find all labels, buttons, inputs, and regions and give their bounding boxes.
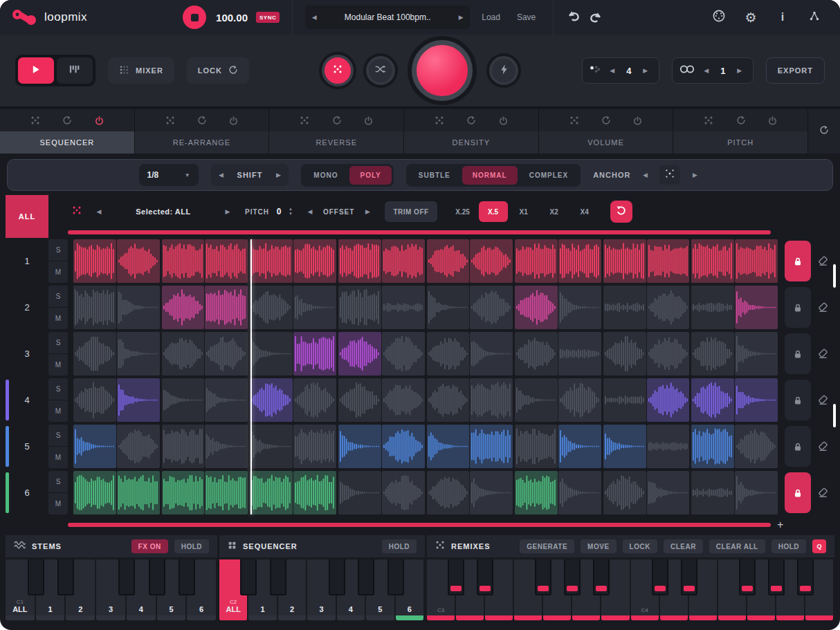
loop-cell[interactable] bbox=[293, 286, 336, 329]
subtle-option[interactable]: SUBTLE bbox=[408, 166, 461, 185]
track-lock-button[interactable] bbox=[785, 241, 811, 281]
tab-reverse[interactable]: REVERSE bbox=[269, 131, 403, 154]
loop-cell[interactable] bbox=[205, 471, 248, 515]
progress-bar[interactable] bbox=[68, 523, 771, 527]
loop-cell[interactable] bbox=[250, 286, 293, 329]
solo-button[interactable]: S bbox=[48, 425, 68, 447]
loop-cell[interactable] bbox=[73, 239, 116, 283]
quantize-button[interactable]: Q bbox=[812, 539, 826, 553]
add-pattern-button[interactable]: + bbox=[777, 519, 783, 530]
redo-button[interactable] bbox=[588, 12, 603, 23]
dice-icon[interactable] bbox=[165, 115, 175, 125]
refresh-icon[interactable] bbox=[332, 115, 342, 125]
dice-icon[interactable] bbox=[569, 115, 579, 125]
loop-cell[interactable] bbox=[427, 425, 470, 468]
loop-cell[interactable] bbox=[117, 471, 160, 515]
loop-cell[interactable] bbox=[647, 239, 690, 283]
black-key[interactable] bbox=[448, 559, 464, 595]
anchor-prev-button[interactable]: ◀ bbox=[639, 172, 651, 178]
loop-cell[interactable] bbox=[735, 286, 778, 329]
loop-cell[interactable] bbox=[603, 286, 646, 329]
pattern-prev-button[interactable]: ◀ bbox=[606, 67, 619, 74]
loop-cell[interactable] bbox=[470, 378, 513, 422]
anchor-next-button[interactable]: ▶ bbox=[688, 172, 701, 178]
pattern-next-button[interactable]: ▶ bbox=[639, 67, 652, 74]
normal-option[interactable]: NORMAL bbox=[462, 166, 518, 185]
poly-option[interactable]: POLY bbox=[349, 166, 391, 185]
clear-button[interactable]: CLEAR bbox=[664, 539, 703, 553]
mute-button[interactable]: M bbox=[48, 493, 68, 515]
shift-right-button[interactable]: ▶ bbox=[272, 172, 284, 178]
track-lock-button[interactable] bbox=[785, 287, 811, 328]
dice-icon[interactable] bbox=[300, 115, 309, 125]
loop-cell[interactable] bbox=[338, 378, 381, 422]
complex-option[interactable]: COMPLEX bbox=[519, 166, 578, 185]
loop-cell[interactable] bbox=[250, 425, 293, 468]
keys-view-button[interactable] bbox=[57, 57, 93, 84]
loop-prev-button[interactable]: ◀ bbox=[700, 67, 713, 74]
track-lock-button[interactable] bbox=[785, 380, 811, 420]
loop-cell[interactable] bbox=[470, 471, 513, 515]
tab-rearrange[interactable]: RE-ARRANGE bbox=[135, 131, 269, 154]
power-icon[interactable] bbox=[229, 116, 238, 125]
loop-cell[interactable] bbox=[162, 239, 205, 283]
loop-cell[interactable] bbox=[205, 425, 248, 468]
dice-icon[interactable] bbox=[30, 115, 40, 125]
loop-cell[interactable] bbox=[117, 425, 160, 468]
black-key[interactable] bbox=[739, 559, 756, 595]
black-key[interactable] bbox=[118, 559, 135, 595]
power-icon[interactable] bbox=[95, 116, 104, 125]
offset-prev-button[interactable]: ◀ bbox=[304, 208, 316, 215]
black-key[interactable] bbox=[179, 559, 195, 595]
undo-button[interactable] bbox=[566, 10, 581, 24]
row-dice-icon[interactable] bbox=[72, 205, 82, 218]
refresh-icon[interactable] bbox=[736, 115, 746, 125]
loop-cell[interactable] bbox=[470, 332, 513, 376]
loop-cell[interactable] bbox=[515, 378, 558, 422]
loop-next-button[interactable]: ▶ bbox=[733, 67, 746, 74]
loop-cell[interactable] bbox=[603, 332, 646, 376]
loop-cell[interactable] bbox=[73, 425, 116, 468]
pitch-stepper[interactable]: ▲▼ bbox=[289, 207, 293, 216]
preset-name[interactable]: Modular Beat 100bpm.. bbox=[323, 12, 452, 22]
loop-cell[interactable] bbox=[470, 286, 513, 329]
select-all-block[interactable]: ALL bbox=[6, 195, 48, 238]
loop-cell[interactable] bbox=[382, 286, 425, 329]
loop-cell[interactable] bbox=[250, 378, 293, 422]
solo-button[interactable]: S bbox=[48, 378, 68, 400]
loop-cell[interactable] bbox=[73, 332, 116, 376]
loop-cell[interactable] bbox=[603, 425, 646, 468]
speed-x2[interactable]: X2 bbox=[540, 201, 569, 222]
track-lock-button[interactable] bbox=[785, 472, 811, 513]
loop-cell[interactable] bbox=[162, 286, 205, 329]
tab-sequencer[interactable]: SEQUENCER bbox=[0, 131, 134, 154]
black-key[interactable] bbox=[329, 559, 345, 595]
speed-x05[interactable]: X.5 bbox=[479, 201, 508, 222]
black-key[interactable] bbox=[477, 559, 493, 595]
loop-cell[interactable] bbox=[603, 471, 646, 515]
black-key[interactable] bbox=[652, 559, 668, 595]
power-icon[interactable] bbox=[768, 116, 777, 125]
load-button[interactable]: Load bbox=[477, 12, 505, 22]
main-remix-button[interactable] bbox=[412, 40, 473, 101]
loop-cell[interactable] bbox=[250, 471, 293, 515]
loop-cell[interactable] bbox=[735, 239, 778, 283]
dice-icon[interactable] bbox=[704, 115, 713, 125]
refresh-icon[interactable] bbox=[197, 115, 207, 125]
loop-cell[interactable] bbox=[162, 378, 205, 422]
loop-cell[interactable] bbox=[470, 239, 513, 283]
settings-gear-icon[interactable]: ⚙ bbox=[743, 11, 758, 24]
loop-cell[interactable] bbox=[515, 332, 558, 376]
play-view-button[interactable] bbox=[18, 57, 54, 84]
export-button[interactable]: EXPORT bbox=[766, 57, 825, 84]
track-erase-button[interactable] bbox=[811, 239, 834, 283]
mute-button[interactable]: M bbox=[48, 308, 68, 329]
loop-cell[interactable] bbox=[162, 425, 205, 468]
loop-cell[interactable] bbox=[558, 239, 601, 283]
loop-cell[interactable] bbox=[205, 286, 248, 329]
loop-cell[interactable] bbox=[515, 471, 558, 515]
info-icon[interactable]: i bbox=[775, 11, 790, 24]
loop-cell[interactable] bbox=[691, 425, 734, 468]
loop-cell[interactable] bbox=[558, 286, 601, 329]
loop-cell[interactable] bbox=[73, 378, 116, 422]
